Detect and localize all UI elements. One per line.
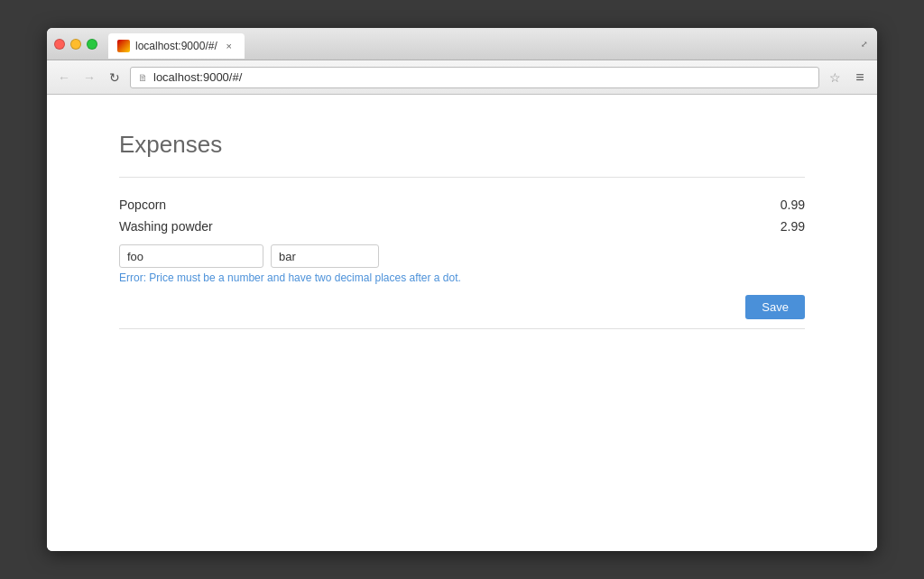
menu-button[interactable]: ≡ <box>850 68 870 87</box>
forward-button[interactable]: → <box>79 68 99 87</box>
expense-price-input[interactable] <box>271 244 379 268</box>
table-row: Washing powder 2.99 <box>119 217 805 235</box>
top-divider <box>119 177 805 178</box>
menu-icon: ≡ <box>855 69 864 86</box>
url-text: localhost:9000/#/ <box>153 70 811 84</box>
toolbar: ← → ↻ 🗎 localhost:9000/#/ ☆ ≡ <box>47 60 877 95</box>
title-bar: localhost:9000/#/ × ⤢ <box>47 28 877 60</box>
page-title: Expenses <box>119 131 805 159</box>
resize-icon[interactable]: ⤢ <box>859 39 870 50</box>
table-row: Popcorn 0.99 <box>119 196 805 214</box>
expense-price-0: 0.99 <box>781 198 805 212</box>
tab-title: localhost:9000/#/ <box>135 40 217 52</box>
bookmark-button[interactable]: ☆ <box>825 68 845 87</box>
address-bar[interactable]: 🗎 localhost:9000/#/ <box>130 67 819 88</box>
maximize-button[interactable] <box>87 39 97 50</box>
back-icon: ← <box>58 70 70 85</box>
reload-button[interactable]: ↻ <box>105 68 125 87</box>
expense-list: Popcorn 0.99 Washing powder 2.99 <box>119 196 805 235</box>
page-icon: 🗎 <box>138 72 148 83</box>
error-message: Error: Price must be a number and have t… <box>119 271 805 284</box>
expense-name-0: Popcorn <box>119 198 166 212</box>
star-icon: ☆ <box>829 70 841 85</box>
expense-name-1: Washing powder <box>119 219 213 234</box>
new-expense-form: Error: Price must be a number and have t… <box>119 244 805 284</box>
expense-price-1: 2.99 <box>781 219 805 234</box>
window-controls: ⤢ <box>859 39 870 50</box>
back-button[interactable]: ← <box>54 68 74 87</box>
save-row: Save <box>119 295 805 329</box>
close-button[interactable] <box>54 39 65 50</box>
minimize-button[interactable] <box>70 39 81 50</box>
new-expense-row <box>119 244 805 268</box>
tab-close-button[interactable]: × <box>223 40 236 52</box>
traffic-lights <box>54 39 97 50</box>
browser-window: localhost:9000/#/ × ⤢ ← → ↻ 🗎 localhost:… <box>47 28 877 551</box>
reload-icon: ↻ <box>109 70 120 85</box>
save-button[interactable]: Save <box>745 295 805 319</box>
forward-icon: → <box>83 70 96 85</box>
page-content: Expenses Popcorn 0.99 Washing powder 2.9… <box>47 95 877 551</box>
active-tab[interactable]: localhost:9000/#/ × <box>108 33 245 59</box>
tab-favicon <box>117 40 130 52</box>
expense-name-input[interactable] <box>119 244 263 268</box>
